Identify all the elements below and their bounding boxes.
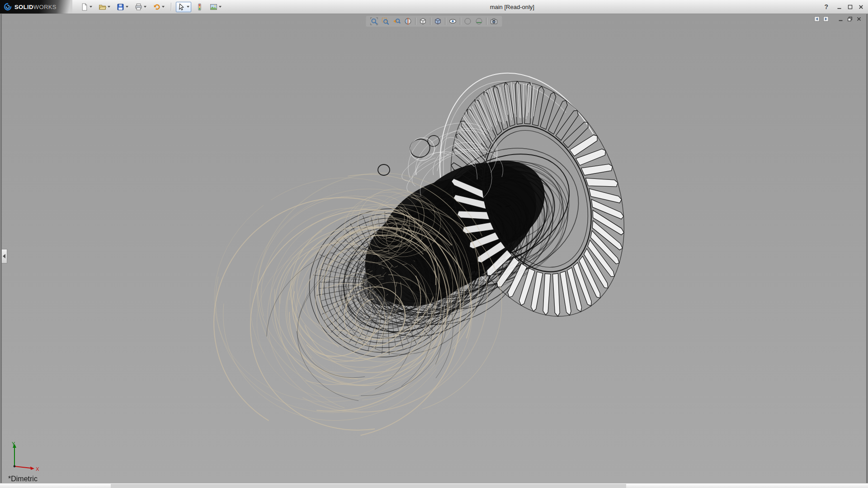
- triad-x-label: X: [36, 466, 39, 472]
- minimize-button[interactable]: [835, 3, 844, 11]
- zoom-area-button[interactable]: [381, 17, 390, 26]
- feature-pane-toggle[interactable]: [2, 249, 7, 263]
- window-frame-right: [866, 14, 868, 483]
- collapse-left-icon: [3, 254, 6, 258]
- maximize-button[interactable]: [845, 3, 854, 11]
- headsup-group: [463, 17, 484, 26]
- headsup-separator: [415, 18, 416, 25]
- display-style-icon: [434, 17, 442, 25]
- undo-button[interactable]: [151, 2, 166, 12]
- previous-view-icon: [393, 17, 401, 25]
- triad-y-label: Y: [12, 441, 15, 446]
- document-window-controls: [813, 15, 863, 23]
- pane-next-icon: [823, 16, 829, 22]
- zoom-fit-icon: [370, 17, 378, 25]
- new-icon: [80, 3, 88, 11]
- save-button[interactable]: [115, 2, 130, 12]
- headsup-group: [490, 17, 499, 26]
- open-button[interactable]: [97, 2, 112, 12]
- headsup-view-toolbar: [366, 16, 502, 27]
- title-bar: SOLIDWORKS main [Read-only] ?: [0, 0, 868, 14]
- help-button[interactable]: ?: [822, 3, 833, 10]
- apply-scene-button[interactable]: [475, 17, 484, 26]
- dropdown-arrow-icon[interactable]: [187, 6, 189, 8]
- pane-prev-icon: [814, 16, 820, 22]
- image-button[interactable]: [208, 2, 223, 12]
- window-frame-left: [0, 14, 2, 483]
- maximize-icon: [847, 4, 853, 10]
- save-icon: [117, 3, 124, 11]
- app-logo: SOLIDWORKS: [0, 0, 72, 14]
- headsup-group: [419, 17, 428, 26]
- headsup-group: [448, 17, 458, 26]
- pane-next-button[interactable]: [822, 15, 830, 23]
- new-button[interactable]: [79, 2, 94, 12]
- hide-show-button[interactable]: [448, 17, 458, 26]
- headsup-separator: [445, 18, 446, 25]
- restore-doc-icon: [847, 16, 853, 22]
- document-title: main [Read-only]: [490, 4, 534, 10]
- toolbar-separator: [171, 3, 171, 11]
- orientation-triad: Y X: [7, 440, 43, 473]
- headsup-group: [434, 17, 443, 26]
- view-settings-button[interactable]: [490, 17, 499, 26]
- brand-text: SOLIDWORKS: [14, 4, 57, 10]
- select-button[interactable]: [176, 2, 191, 12]
- close-icon: [858, 4, 864, 10]
- apply-scene-icon: [475, 17, 483, 25]
- status-bar: [0, 483, 868, 488]
- undo-icon: [153, 3, 160, 11]
- view-settings-icon: [490, 17, 498, 25]
- edit-appearance-button[interactable]: [463, 17, 472, 26]
- selection-filter-icon: [196, 3, 203, 11]
- close-doc-icon: [856, 16, 862, 22]
- select-icon: [178, 3, 185, 11]
- headsup-group: [370, 17, 413, 26]
- section-view-icon: [404, 17, 412, 25]
- hide-show-icon: [449, 17, 457, 25]
- previous-view-button[interactable]: [392, 17, 401, 26]
- brand-light: WORKS: [33, 4, 57, 10]
- graphics-viewport[interactable]: Y X *Dimetric: [2, 14, 866, 483]
- standard-toolbar: [79, 2, 223, 12]
- close-button[interactable]: [856, 3, 865, 11]
- dassault-logo-icon: [4, 3, 12, 11]
- selection-filter-button[interactable]: [194, 2, 205, 12]
- restore-doc-button[interactable]: [846, 15, 854, 23]
- window-controls: ?: [822, 0, 865, 14]
- dropdown-arrow-icon[interactable]: [219, 6, 222, 8]
- pane-prev-button[interactable]: [813, 15, 821, 23]
- print-icon: [135, 3, 142, 11]
- print-button[interactable]: [133, 2, 148, 12]
- dropdown-arrow-icon[interactable]: [108, 6, 110, 8]
- dropdown-arrow-icon[interactable]: [126, 6, 128, 8]
- edit-appearance-icon: [464, 17, 472, 25]
- view-orientation-label: *Dimetric: [8, 475, 38, 483]
- view-orientation-icon: [419, 17, 427, 25]
- headsup-separator: [460, 18, 461, 25]
- view-orientation-button[interactable]: [419, 17, 428, 26]
- section-view-button[interactable]: [404, 17, 413, 26]
- dropdown-arrow-icon[interactable]: [144, 6, 146, 8]
- headsup-separator: [430, 18, 431, 25]
- dropdown-arrow-icon[interactable]: [162, 6, 165, 8]
- triad-x-arrow-icon: [30, 467, 34, 470]
- minimize-icon: [836, 4, 842, 10]
- zoom-area-icon: [382, 17, 390, 25]
- minimize-doc-icon: [838, 16, 844, 22]
- brand-bold: SOLID: [14, 4, 33, 10]
- close-doc-button[interactable]: [855, 15, 863, 23]
- status-bar-segment: [111, 484, 626, 488]
- zoom-fit-button[interactable]: [370, 17, 379, 26]
- minimize-doc-button[interactable]: [837, 15, 844, 23]
- headsup-separator: [486, 18, 487, 25]
- display-style-button[interactable]: [434, 17, 443, 26]
- model-canvas-turbofan[interactable]: [2, 14, 866, 483]
- dropdown-arrow-icon[interactable]: [90, 6, 92, 8]
- image-icon: [210, 3, 217, 11]
- open-icon: [99, 3, 106, 11]
